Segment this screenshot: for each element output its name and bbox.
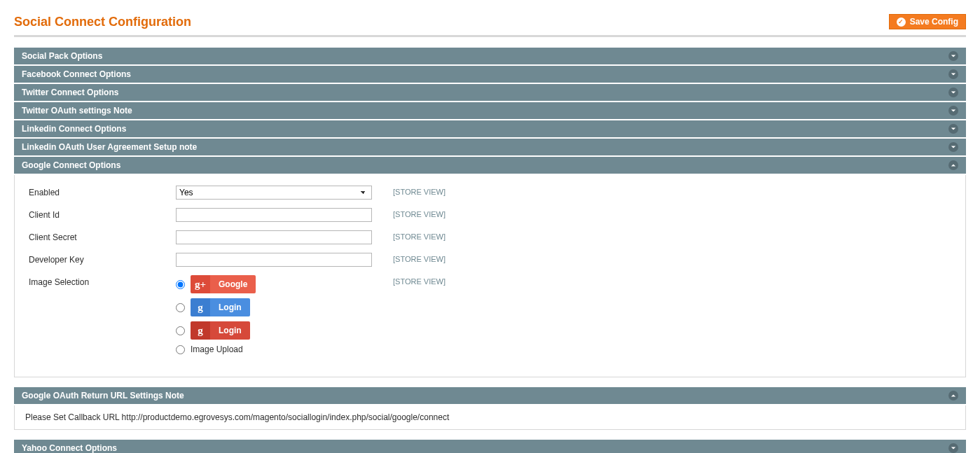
client-id-label: Client Id	[29, 208, 176, 220]
scope-label: [STORE VIEW]	[393, 275, 446, 286]
google-g-icon: g	[191, 298, 210, 316]
section-twitter-connect-options[interactable]: Twitter Connect Options	[14, 84, 966, 101]
section-social-pack-options[interactable]: Social Pack Options	[14, 48, 966, 64]
section-linkedin-oauth-note[interactable]: Linkedin OAuth User Agreement Setup note	[14, 139, 966, 155]
client-secret-label: Client Secret	[29, 230, 176, 242]
login-red-badge: g Login	[191, 321, 250, 340]
login-blue-badge: g Login	[191, 298, 250, 316]
chevron-down-icon	[948, 142, 958, 152]
developer-key-label: Developer Key	[29, 253, 176, 265]
page-header: Social Connect Configuration ✓ Save Conf…	[14, 14, 966, 37]
enabled-select[interactable]: Yes	[176, 186, 372, 200]
image-selection-label: Image Selection	[29, 275, 176, 287]
scope-label: [STORE VIEW]	[393, 186, 446, 196]
section-google-oauth-note[interactable]: Google OAuth Return URL Settings Note	[14, 387, 966, 404]
section-google-connect-options[interactable]: Google Connect Options	[14, 157, 966, 174]
section-yahoo-connect-options[interactable]: Yahoo Connect Options	[14, 440, 966, 453]
save-config-button[interactable]: ✓ Save Config	[889, 14, 966, 29]
chevron-up-icon	[948, 391, 958, 400]
row-developer-key: Developer Key [STORE VIEW]	[29, 253, 951, 268]
row-image-selection: Image Selection g+ Google g Login	[29, 275, 951, 359]
row-enabled: Enabled Yes [STORE VIEW]	[29, 186, 951, 201]
section-twitter-oauth-note[interactable]: Twitter OAuth settings Note	[14, 102, 966, 119]
image-selection-radio-google[interactable]	[176, 280, 185, 289]
google-plus-icon: g+	[191, 275, 210, 293]
chevron-down-icon	[948, 106, 958, 116]
save-config-label: Save Config	[910, 17, 958, 27]
row-client-id: Client Id [STORE VIEW]	[29, 208, 951, 223]
scope-label: [STORE VIEW]	[393, 208, 446, 218]
image-selection-radio-login-red[interactable]	[176, 326, 185, 335]
section-linkedin-connect-options[interactable]: Linkedin Connect Options	[14, 120, 966, 137]
google-section-body: Enabled Yes [STORE VIEW] Client Id [STOR…	[14, 175, 966, 377]
google-badge: g+ Google	[191, 275, 256, 293]
image-selection-radio-upload[interactable]	[176, 345, 185, 354]
scope-label: [STORE VIEW]	[393, 230, 446, 241]
image-upload-label: Image Upload	[191, 344, 243, 354]
chevron-up-icon	[948, 160, 958, 170]
enabled-label: Enabled	[29, 186, 176, 197]
page-title: Social Connect Configuration	[14, 15, 191, 29]
developer-key-input[interactable]	[176, 253, 372, 267]
client-secret-input[interactable]	[176, 230, 372, 244]
google-g-icon: g	[191, 321, 210, 340]
check-icon: ✓	[897, 18, 906, 27]
row-client-secret: Client Secret [STORE VIEW]	[29, 230, 951, 246]
chevron-down-icon	[948, 124, 958, 134]
google-oauth-note-body: Please Set Callback URL http://productde…	[14, 405, 966, 430]
chevron-down-icon	[948, 88, 958, 97]
client-id-input[interactable]	[176, 208, 372, 222]
chevron-down-icon	[948, 443, 958, 453]
section-facebook-connect-options[interactable]: Facebook Connect Options	[14, 66, 966, 83]
image-selection-radio-login-blue[interactable]	[176, 303, 185, 312]
chevron-down-icon	[948, 69, 958, 79]
chevron-down-icon	[948, 51, 958, 61]
scope-label: [STORE VIEW]	[393, 253, 446, 263]
